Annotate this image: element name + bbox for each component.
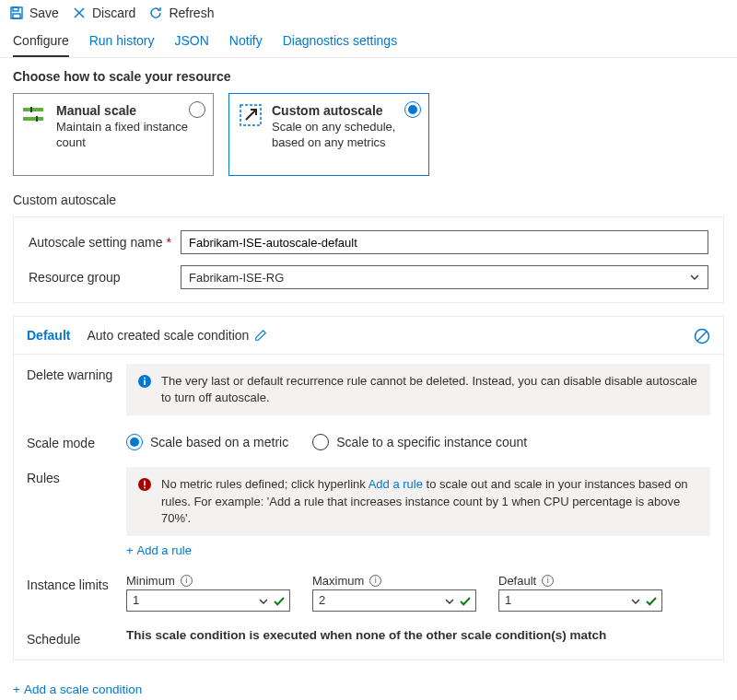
maximum-label: Maximum i xyxy=(312,574,476,588)
scale-mode-count-option[interactable]: Scale to a specific instance count xyxy=(312,434,527,450)
custom-autoscale-icon xyxy=(239,103,263,127)
discard-button[interactable]: Discard xyxy=(72,6,135,20)
instance-limits-group: Minimum i 1 Maximum i xyxy=(126,574,710,612)
manual-scale-card[interactable]: Manual scale Maintain a fixed instance c… xyxy=(13,93,214,176)
save-icon xyxy=(9,6,24,20)
scale-mode-metric-option[interactable]: Scale based on a metric xyxy=(126,434,288,450)
rules-warning-text: No metric rules defined; click hyperlink… xyxy=(161,476,699,527)
add-a-rule-inline-link[interactable]: Add a rule xyxy=(368,477,423,491)
custom-autoscale-title: Custom autoscale xyxy=(272,103,419,118)
tab-json[interactable]: JSON xyxy=(175,28,209,57)
tab-configure[interactable]: Configure xyxy=(13,28,69,57)
refresh-icon xyxy=(148,6,163,20)
warning-icon xyxy=(137,477,152,492)
tab-diagnostics[interactable]: Diagnostics settings xyxy=(283,28,398,57)
add-a-rule-link[interactable]: + Add a rule xyxy=(126,543,710,557)
radio-icon xyxy=(312,434,329,450)
minimum-label: Minimum i xyxy=(126,574,290,588)
manual-scale-desc: Maintain a fixed instance count xyxy=(56,120,204,151)
setting-name-input[interactable] xyxy=(181,230,708,254)
tab-run-history[interactable]: Run history xyxy=(89,28,155,57)
radio-icon xyxy=(126,434,143,450)
manual-scale-title: Manual scale xyxy=(56,103,204,118)
required-asterisk: * xyxy=(167,235,171,250)
delete-warning-text: The very last or default recurrence rule… xyxy=(161,373,699,406)
panel-subtitle: Auto created scale condition xyxy=(87,328,267,343)
info-icon[interactable]: i xyxy=(181,575,193,587)
rules-warning-banner: No metric rules defined; click hyperlink… xyxy=(126,467,710,536)
scale-condition-panel: Default Auto created scale condition Del… xyxy=(13,316,724,660)
plus-icon: + xyxy=(13,682,20,696)
default-input[interactable]: 1 xyxy=(498,589,662,612)
maximum-input[interactable]: 2 xyxy=(312,589,476,612)
scale-mode-label: Scale mode xyxy=(27,432,126,450)
manual-scale-icon xyxy=(23,103,47,127)
discard-icon xyxy=(72,6,87,20)
svg-rect-13 xyxy=(144,380,146,386)
resource-group-label: Resource group xyxy=(29,270,181,285)
panel-header: Default Auto created scale condition xyxy=(14,317,723,355)
custom-autoscale-card[interactable]: Custom autoscale Scale on any schedule, … xyxy=(228,93,429,176)
discard-label: Discard xyxy=(92,6,135,20)
schedule-label: Schedule xyxy=(27,628,126,647)
resource-group-dropdown[interactable]: Fabrikam-ISE-RG xyxy=(181,265,708,289)
custom-autoscale-subheading: Custom autoscale xyxy=(0,192,737,216)
add-scale-condition-link[interactable]: + Add a scale condition xyxy=(0,673,737,700)
resource-group-value: Fabrikam-ISE-RG xyxy=(189,271,284,285)
rules-label: Rules xyxy=(27,467,126,485)
manual-scale-radio[interactable] xyxy=(189,101,205,118)
delete-warning-label: Delete warning xyxy=(27,364,126,382)
panel-title: Default xyxy=(27,328,70,343)
delete-warning-banner: The very last or default recurrence rule… xyxy=(126,364,710,415)
minimum-input[interactable]: 1 xyxy=(126,589,290,612)
refresh-button[interactable]: Refresh xyxy=(148,6,214,20)
info-icon xyxy=(137,374,152,389)
svg-rect-8 xyxy=(36,116,38,122)
svg-rect-5 xyxy=(23,108,43,111)
custom-autoscale-desc: Scale on any schedule, based on any metr… xyxy=(272,120,419,151)
svg-rect-1 xyxy=(13,7,18,11)
deny-icon[interactable] xyxy=(694,328,710,344)
svg-rect-16 xyxy=(144,481,146,486)
svg-point-14 xyxy=(144,378,146,379)
scale-mode-group: Scale based on a metric Scale to a speci… xyxy=(126,432,710,450)
tab-notify[interactable]: Notify xyxy=(229,28,263,57)
autoscale-form: Autoscale setting name* Resource group F… xyxy=(13,216,724,303)
check-icon xyxy=(459,595,472,608)
plus-icon: + xyxy=(126,543,134,557)
top-toolbar: Save Discard Refresh xyxy=(0,0,737,22)
chevron-down-icon xyxy=(630,596,641,607)
schedule-text: This scale condition is executed when no… xyxy=(126,628,710,642)
custom-autoscale-radio[interactable] xyxy=(404,101,421,118)
save-label: Save xyxy=(29,6,59,20)
check-icon xyxy=(273,595,286,608)
info-icon[interactable]: i xyxy=(542,575,554,587)
info-icon[interactable]: i xyxy=(369,575,381,587)
instance-limits-label: Instance limits xyxy=(27,574,126,592)
svg-rect-7 xyxy=(30,107,32,112)
svg-point-17 xyxy=(144,487,146,489)
svg-line-11 xyxy=(697,332,707,341)
check-icon xyxy=(645,595,658,608)
choose-heading: Choose how to scale your resource xyxy=(0,58,737,93)
refresh-label: Refresh xyxy=(169,6,214,20)
chevron-down-icon xyxy=(689,272,700,283)
svg-rect-6 xyxy=(23,117,43,121)
default-label: Default i xyxy=(498,574,662,588)
save-button[interactable]: Save xyxy=(9,6,59,20)
setting-name-label: Autoscale setting name* xyxy=(29,235,181,250)
chevron-down-icon xyxy=(258,596,269,607)
edit-icon[interactable] xyxy=(254,329,267,342)
svg-rect-2 xyxy=(13,14,20,18)
chevron-down-icon xyxy=(444,596,455,607)
tab-strip: Configure Run history JSON Notify Diagno… xyxy=(0,22,737,58)
scale-option-row: Manual scale Maintain a fixed instance c… xyxy=(0,93,737,192)
